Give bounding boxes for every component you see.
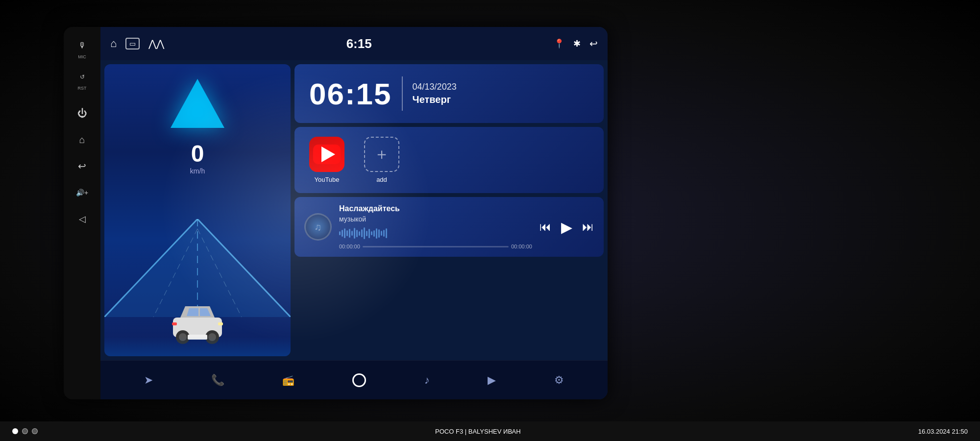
photo-bar-bottom: POCO F3 | BALYSHEV ИВАН 16.03.2024 21:50 <box>0 421 980 441</box>
settings-icon: ⚙ <box>554 374 564 387</box>
music-info: Наслаждайтесь музыкой <box>339 204 532 249</box>
time-start: 00:00:00 <box>339 244 360 249</box>
clock-divider <box>402 76 403 111</box>
add-icon: ＋ <box>364 137 399 172</box>
top-bar: ⌂ ▭ ⋀⋀ 6:15 📍 ✱ ↩ <box>100 27 608 60</box>
add-app[interactable]: ＋ add <box>364 137 399 183</box>
settings-bottom-icon[interactable]: ⚙ <box>554 374 564 387</box>
main-screen: ⌂ ▭ ⋀⋀ 6:15 📍 ✱ ↩ 0 km/h <box>100 27 608 399</box>
waveform-bar <box>373 230 375 237</box>
chevron-up-icon[interactable]: ⋀⋀ <box>148 38 164 49</box>
music-note-icon: ♫ <box>315 221 322 233</box>
back-side-button[interactable]: ↩ <box>74 157 91 175</box>
date-info: 04/13/2023 Четверг <box>413 82 457 105</box>
music-bottom-icon[interactable]: ♪ <box>424 374 430 387</box>
phone-icon: 📞 <box>211 374 224 387</box>
video-bottom-icon[interactable]: ▶ <box>488 374 496 387</box>
photo-datetime: 16.03.2024 21:50 <box>918 428 968 435</box>
bluetooth-icon[interactable]: ✱ <box>573 38 581 49</box>
play-button[interactable]: ▶ <box>561 219 572 236</box>
volume-up-button[interactable]: 🔊+ <box>74 184 91 201</box>
home-side-button[interactable]: ⌂ <box>74 131 91 148</box>
dot-1 <box>12 428 18 434</box>
big-clock-display: 06:15 <box>309 76 392 111</box>
dots-indicator <box>12 428 38 434</box>
top-left-icons: ⌂ ▭ ⋀⋀ <box>110 37 164 50</box>
waveform-bar <box>366 231 368 236</box>
next-track-button[interactable]: ⏭ <box>582 220 594 234</box>
back-icon[interactable]: ↩ <box>589 38 598 49</box>
progress-bar-container: 00:00:00 00:00:00 <box>339 244 532 249</box>
home-bottom-icon[interactable] <box>352 373 366 387</box>
dot-2 <box>22 428 28 434</box>
music-title: Наслаждайтесь <box>339 204 532 213</box>
speed-display: 0 km/h <box>190 140 205 175</box>
waveform-bar <box>364 227 365 239</box>
location-icon[interactable]: 📍 <box>554 38 564 49</box>
music-widget: ♫ Наслаждайтесь музыкой <box>294 197 604 257</box>
album-art: ♫ <box>304 213 332 241</box>
add-plus-icon: ＋ <box>374 144 390 165</box>
volume-down-button[interactable]: ◁ <box>74 210 91 228</box>
waveform-bar <box>351 231 353 236</box>
waveform-bar <box>354 228 355 239</box>
side-panel: 🎙 MIC ↺ RST ⏻ ⌂ ↩ 🔊+ ◁ <box>64 27 100 399</box>
home-bottom-icon-symbol <box>352 373 366 387</box>
mic-button[interactable]: 🎙 <box>74 37 91 54</box>
apps-widget: YouTube ＋ add <box>294 127 604 193</box>
waveform-bar <box>361 229 363 237</box>
video-icon: ▶ <box>488 374 496 387</box>
speed-unit: km/h <box>190 167 205 175</box>
right-panel: 06:15 04/13/2023 Четверг YouTube <box>294 64 604 356</box>
top-right-icons: 📍 ✱ ↩ <box>554 38 598 49</box>
radio-bottom-icon[interactable]: 📻 <box>282 374 294 386</box>
car-svg <box>163 300 232 346</box>
time-end: 00:00:00 <box>511 244 532 249</box>
svg-rect-15 <box>172 322 177 325</box>
add-label: add <box>376 176 387 183</box>
music-waveform <box>339 226 532 241</box>
main-content: 0 km/h <box>100 60 608 360</box>
screen-icon[interactable]: ▭ <box>125 38 140 49</box>
youtube-app[interactable]: YouTube <box>309 137 344 183</box>
waveform-bar <box>381 231 382 236</box>
progress-bar[interactable] <box>363 246 509 247</box>
bottom-nav-bar: ➤ 📞 📻 ♪ ▶ ⚙ <box>100 360 608 399</box>
clock-widget: 06:15 04/13/2023 Четверг <box>294 64 604 123</box>
youtube-label: YouTube <box>314 176 339 183</box>
nav-arrow-icon <box>171 79 224 128</box>
waveform-bar <box>371 231 372 235</box>
music-controls: ⏮ ▶ ⏭ <box>539 219 594 236</box>
radio-icon: 📻 <box>282 374 294 386</box>
waveform-bar <box>346 230 348 236</box>
dot-3 <box>32 428 38 434</box>
waveform-bar <box>368 229 370 238</box>
waveform-bar <box>359 231 360 236</box>
waveform-bar <box>386 228 387 238</box>
nav-bottom-icon[interactable]: ➤ <box>144 374 153 387</box>
home-icon[interactable]: ⌂ <box>110 37 117 50</box>
svg-point-11 <box>179 333 187 341</box>
rst-label: RST <box>78 86 87 91</box>
waveform-bar <box>378 229 380 238</box>
waveform-bar <box>349 229 350 238</box>
waveform-bar <box>339 231 341 235</box>
waveform-bar <box>342 230 343 237</box>
waveform-bar <box>344 228 345 238</box>
svg-point-13 <box>208 333 216 341</box>
svg-rect-16 <box>188 335 207 340</box>
rst-button[interactable]: ↺ <box>74 68 91 86</box>
power-button[interactable]: ⏻ <box>74 104 91 122</box>
waveform-bar <box>383 230 385 237</box>
music-subtitle: музыкой <box>339 215 532 223</box>
phone-bottom-icon[interactable]: 📞 <box>211 374 224 387</box>
yt-bg <box>313 145 341 164</box>
speed-value: 0 <box>190 140 205 167</box>
waveform-bar <box>356 230 358 237</box>
date-display: 04/13/2023 <box>413 82 457 92</box>
device-info: POCO F3 | BALYSHEV ИВАН <box>435 428 521 435</box>
prev-track-button[interactable]: ⏮ <box>539 220 551 234</box>
yt-play-icon <box>321 147 335 162</box>
navigation-icon: ➤ <box>144 374 153 387</box>
nav-widget[interactable]: 0 km/h <box>104 64 291 356</box>
